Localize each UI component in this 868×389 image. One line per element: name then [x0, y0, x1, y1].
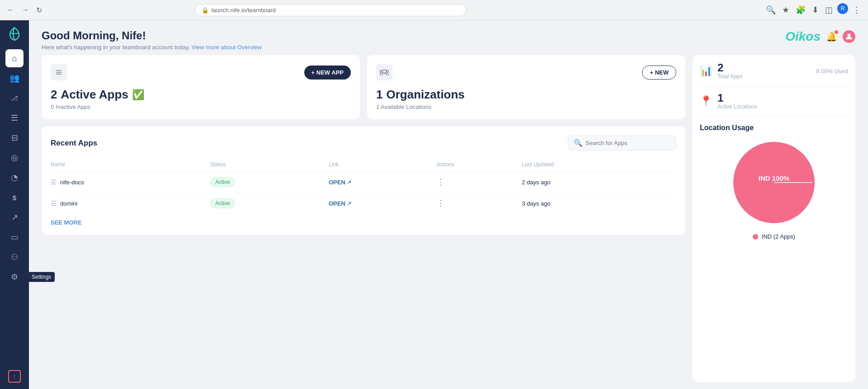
- svg-point-0: [848, 34, 851, 37]
- col-name: Name: [51, 158, 210, 172]
- organizations-card-header: + NEW: [376, 64, 676, 80]
- external-link-icon: ↗: [347, 179, 351, 185]
- open-link[interactable]: OPEN ↗: [329, 200, 437, 207]
- recent-apps-section: Recent Apps 🔍 Name Status Link: [42, 127, 685, 235]
- sidebar-item-analytics[interactable]: ◔: [5, 169, 24, 187]
- sidebar-item-chart[interactable]: ↗: [5, 208, 24, 226]
- notification-bell[interactable]: 🔔: [826, 31, 837, 42]
- more-actions-button[interactable]: ⋮: [437, 199, 445, 208]
- total-apps-label: Total Apps: [717, 73, 742, 80]
- forward-button[interactable]: →: [20, 4, 31, 16]
- app-name: nife-docs: [60, 179, 84, 186]
- upload-arrow-icon: ↑: [8, 370, 21, 383]
- content-left: + NEW APP 2 Active Apps ✅ 0 Inactive App…: [42, 55, 693, 382]
- users-icon: ⚇: [11, 252, 18, 262]
- active-locations-info: 1 Active Locations: [717, 93, 757, 110]
- billing-icon: $: [13, 194, 16, 202]
- profile-icon[interactable]: ◫: [823, 3, 835, 17]
- active-apps-count: 2: [51, 88, 57, 102]
- app-link-cell[interactable]: OPEN ↗: [329, 172, 437, 193]
- app-name: domini: [60, 200, 77, 207]
- search-browser-icon[interactable]: 🔍: [764, 3, 778, 17]
- settings-icon: ⚙: [11, 272, 18, 282]
- settings-tooltip: Settings: [28, 272, 55, 282]
- back-button[interactable]: ←: [5, 4, 16, 16]
- sidebar-item-billing[interactable]: $: [5, 188, 24, 206]
- active-apps-label: Active Apps: [61, 88, 128, 102]
- svg-point-6: [387, 70, 389, 73]
- available-locations-label: 1 Available Locations: [376, 103, 676, 110]
- bookmark-icon[interactable]: ★: [780, 3, 791, 17]
- app-actions-cell[interactable]: ⋮: [437, 193, 522, 214]
- sidebar-item-stack[interactable]: ⊟: [5, 129, 24, 147]
- sidebar-item-branch[interactable]: ⎇: [5, 89, 24, 107]
- legend-dot-ind: [753, 234, 758, 239]
- col-status: Status: [210, 158, 329, 172]
- app-container: ⌂ 👥 ⎇ ☰ ⊟ ◎ ◔ $ ↗ ▭ ⚇ ⚙: [0, 20, 868, 389]
- org-count: 1: [376, 88, 382, 102]
- download-icon[interactable]: ⬇: [810, 3, 821, 17]
- col-actions: Actions: [437, 158, 522, 172]
- app-link-cell[interactable]: OPEN ↗: [329, 193, 437, 214]
- search-input[interactable]: [585, 140, 670, 146]
- col-link: Link: [329, 158, 437, 172]
- active-apps-card: + NEW APP 2 Active Apps ✅ 0 Inactive App…: [42, 55, 360, 119]
- new-org-button[interactable]: + NEW: [642, 66, 676, 80]
- see-more-link[interactable]: SEE MORE: [51, 214, 676, 226]
- main-content: Good Morning, Nife! Here what's happenin…: [29, 20, 868, 389]
- sidebar-item-users[interactable]: ⚇: [5, 248, 24, 266]
- total-apps-info: 2 Total Apps: [717, 62, 742, 80]
- recent-apps-header: Recent Apps 🔍: [51, 136, 676, 150]
- recent-apps-title: Recent Apps: [51, 139, 97, 148]
- active-apps-stat: 2 Active Apps ✅: [51, 88, 351, 102]
- url-text: launch.nife.io/teamboard: [212, 7, 276, 14]
- menu-icon[interactable]: ⋮: [851, 3, 863, 17]
- app-actions-cell[interactable]: ⋮: [437, 172, 522, 193]
- sidebar-item-inbox[interactable]: ▭: [5, 228, 24, 246]
- user-profile-circle[interactable]: R: [837, 3, 848, 14]
- lock-icon: 🔒: [202, 7, 209, 14]
- header-subtitle: Here what's happening in your teamboard …: [42, 44, 262, 51]
- user-menu-icon[interactable]: [843, 30, 855, 43]
- total-apps-stat: 📊 2 Total Apps 8.00% Used: [700, 62, 848, 86]
- sidebar-item-home[interactable]: ⌂: [5, 49, 24, 67]
- inbox-icon: ▭: [11, 232, 19, 242]
- open-link[interactable]: OPEN ↗: [329, 179, 437, 186]
- app-last-updated-cell: 2 days ago: [522, 172, 676, 193]
- location-icon: ◎: [11, 153, 18, 163]
- address-bar[interactable]: 🔒 launch.nife.io/teamboard: [195, 4, 466, 16]
- new-app-button[interactable]: + NEW APP: [304, 66, 351, 80]
- right-panel: 📊 2 Total Apps 8.00% Used 📍 1 Active Loc…: [693, 55, 855, 382]
- app-last-updated-cell: 3 days ago: [522, 193, 676, 214]
- notification-dot: [835, 30, 838, 34]
- sidebar-item-upload[interactable]: ↑: [5, 367, 24, 385]
- app-name-cell: ☰ domini: [51, 193, 210, 214]
- table-row: ☰ nife-docs Active OPEN ↗ ⋮ 2 days ago: [51, 172, 676, 193]
- app-status-cell: Active: [210, 193, 329, 214]
- table-header: Name Status Link Actions Last Updated: [51, 158, 676, 172]
- app-row-icon: ☰: [51, 200, 57, 207]
- active-locations-stat: 📍 1 Active Locations: [700, 86, 848, 117]
- search-box[interactable]: 🔍: [568, 136, 676, 150]
- app-row-icon: ☰: [51, 178, 57, 186]
- database-icon: ☰: [11, 113, 18, 123]
- status-badge: Active: [210, 198, 235, 208]
- extensions-icon[interactable]: 🧩: [794, 3, 807, 17]
- sidebar-logo[interactable]: [5, 24, 24, 44]
- organizations-card: + NEW 1 Organizations 1 Available Locati…: [367, 55, 685, 119]
- branch-icon: ⎇: [11, 94, 18, 102]
- more-actions-button[interactable]: ⋮: [437, 178, 445, 187]
- legend-label-ind: IND (2 Apps): [762, 233, 795, 240]
- sidebar-item-location[interactable]: ◎: [5, 149, 24, 167]
- check-icon: ✅: [132, 89, 144, 101]
- pin-icon: 📍: [700, 95, 712, 107]
- sidebar-item-team[interactable]: 👥: [5, 69, 24, 87]
- overview-link[interactable]: View more about Overview: [192, 44, 262, 51]
- reload-button[interactable]: ↻: [34, 4, 44, 16]
- browser-toolbar: ← → ↻ 🔒 launch.nife.io/teamboard 🔍 ★ 🧩 ⬇…: [0, 0, 868, 20]
- external-link-icon: ↗: [347, 201, 351, 206]
- sidebar-item-database[interactable]: ☰: [5, 109, 24, 127]
- stack-icon: ⊟: [11, 133, 18, 143]
- sidebar-item-settings[interactable]: ⚙ Settings: [5, 268, 24, 286]
- home-icon: ⌂: [12, 54, 17, 63]
